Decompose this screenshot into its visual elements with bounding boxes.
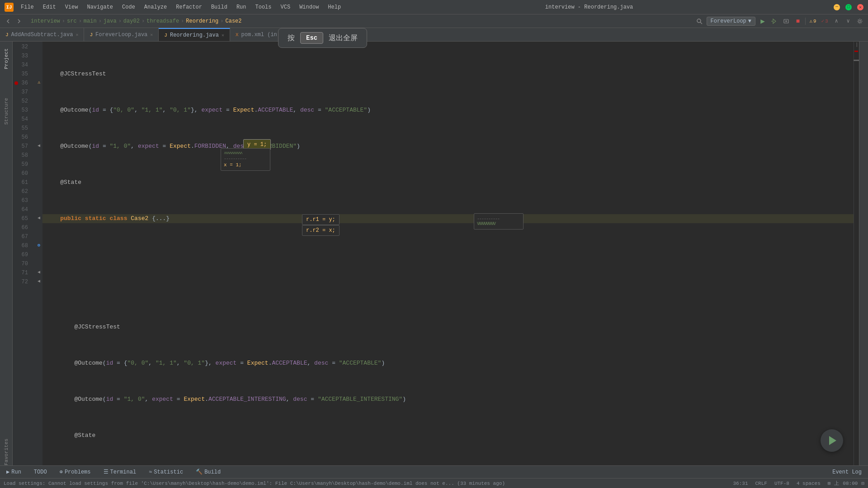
statusbar-left: Load settings: Cannot load settings from… (4, 481, 733, 486)
esc-key[interactable]: Esc (300, 32, 323, 44)
line-53: 53 (13, 106, 32, 115)
menu-build[interactable]: Build (208, 3, 231, 11)
statistic-button[interactable]: ≈ Statistic (146, 468, 186, 476)
stop-button[interactable]: ■ (793, 17, 802, 26)
line-59: 59 (13, 160, 32, 169)
todo-button[interactable]: TODO (31, 468, 50, 476)
terminal-label: Terminal (110, 469, 137, 475)
problems-button[interactable]: ⊕ Problems (57, 468, 94, 476)
titlebar-left: IJ File Edit View Navigate Code Analyze … (5, 3, 344, 12)
menu-code[interactable]: Code (118, 3, 139, 11)
tab-reordering[interactable]: J Reordering.java ✕ (159, 28, 230, 41)
expand-button[interactable]: ∧ (832, 17, 841, 26)
titlebar-menus: File Edit View Navigate Code Analyze Ref… (17, 3, 344, 11)
collapse-button[interactable]: ∨ (844, 17, 853, 26)
code-line-37 (42, 250, 854, 259)
sidebar-project[interactable]: Project (2, 45, 11, 72)
editor-area: 32 33 34 35 36 37 52 53 54 55 56 57 58 5… (13, 42, 854, 465)
breadcrumb-case2[interactable]: Case2 (226, 18, 242, 24)
statusbar-message: Load settings: Cannot load settings from… (4, 481, 505, 486)
press-label: 按 (288, 33, 295, 43)
line-60: 60 (13, 169, 32, 178)
menu-window[interactable]: Window (296, 3, 322, 11)
menu-analyze[interactable]: Analyze (141, 3, 170, 11)
line-35: 35 (13, 70, 32, 79)
app-logo: IJ (5, 3, 14, 12)
line-separator: CRLF (755, 481, 767, 486)
line-34: 34 (13, 61, 32, 70)
scroll-indicator: │ (856, 42, 858, 47)
code-line-53: @JCStressTest (42, 323, 854, 332)
breadcrumb-reordering[interactable]: Reordering (186, 18, 218, 24)
line-58: 58 (13, 151, 32, 160)
menu-tools[interactable]: Tools (252, 3, 275, 11)
clock: 08:00 (843, 481, 858, 486)
line-56: 56 (13, 133, 32, 142)
coverage-button[interactable] (782, 17, 791, 26)
arrows-up: ^^^^^^^^^^ (224, 151, 267, 156)
run-configuration[interactable]: ForeverLoop ▼ (707, 17, 755, 26)
breadcrumb-day02[interactable]: day02 (123, 18, 140, 24)
code-container[interactable]: 32 33 34 35 36 37 52 53 54 55 56 57 58 5… (13, 42, 854, 465)
line-63: 63 (13, 196, 32, 205)
debug-button[interactable] (770, 17, 779, 26)
line-67: 67 (13, 232, 32, 241)
run-panel-button[interactable]: ▶ Run (4, 468, 24, 476)
code-line-34: @Outcome(id = "1, 0", expect = Expect.FO… (42, 142, 854, 151)
nav-back-button[interactable] (4, 17, 13, 26)
menu-edit[interactable]: Edit (39, 3, 60, 11)
windows-icon: ⊞ (828, 480, 831, 486)
maximize-button[interactable]: □ (845, 4, 852, 10)
right-scrollbar[interactable]: │ (854, 42, 859, 465)
errors-count[interactable]: ✓ 3 (820, 17, 829, 26)
sidebar-favorites[interactable]: Favorites (2, 438, 11, 465)
warnings-count[interactable]: ⚠ 9 (808, 17, 817, 26)
nav-forward-button[interactable] (14, 17, 24, 26)
esc-fullscreen-popup: 按 Esc 退出全屏 (278, 28, 367, 48)
code-editor[interactable]: @JCStressTest @Outcome(id = {"0, 0", "1,… (42, 42, 854, 465)
breadcrumb-java[interactable]: java (104, 18, 117, 24)
tab-foreverloop-close[interactable]: ✕ (150, 32, 153, 38)
event-log-label: Event Log (832, 469, 862, 475)
sidebar-structure[interactable]: Structure (2, 98, 11, 125)
line-65: 65 (13, 214, 32, 223)
titlebar: IJ File Edit View Navigate Code Analyze … (0, 0, 868, 14)
menu-refactor[interactable]: Refactor (172, 3, 206, 11)
build-button[interactable]: 🔨 Build (193, 468, 223, 476)
menu-file[interactable]: File (17, 3, 38, 11)
terminal-button[interactable]: ☰ Terminal (101, 468, 139, 476)
menu-run[interactable]: Run (233, 3, 250, 11)
tab-addandsubtract-close[interactable]: ✕ (75, 32, 78, 38)
line-32: 32 (13, 42, 32, 52)
menu-view[interactable]: View (61, 3, 82, 11)
separator (805, 18, 806, 25)
settings-button[interactable] (855, 17, 864, 26)
code-line-52 (42, 286, 854, 296)
line-36: 36 (13, 79, 32, 88)
tab-foreverloop[interactable]: J ForeverLoop.java ✕ (84, 28, 159, 41)
line-66: 66 (13, 223, 32, 232)
build-icon: 🔨 (196, 469, 203, 475)
run-button[interactable]: ▶ (758, 17, 767, 26)
tab-reordering-close[interactable]: ✕ (222, 33, 224, 38)
run-panel-label: Run (11, 469, 21, 475)
search-button[interactable] (695, 17, 704, 26)
menu-help[interactable]: Help (324, 3, 344, 11)
breadcrumb-src[interactable]: src (67, 18, 77, 24)
breadcrumb-main[interactable]: main (84, 18, 97, 24)
tab-addandsubtract[interactable]: J AddAndSubtract.java ✕ (0, 28, 84, 41)
code-line-54: @Outcome(id = {"0, 0", "1, 1", "0, 1"}, … (42, 359, 854, 368)
minimize-button[interactable]: ─ (834, 4, 840, 10)
tab-addandsubtract-label: AddAndSubtract.java (11, 32, 73, 38)
menu-navigate[interactable]: Navigate (83, 3, 117, 11)
statistic-label: Statistic (154, 469, 183, 475)
arrow-box-left: ^^^^^^^^^^ ---------- x = 1; (221, 148, 270, 171)
line-55: 55 (13, 124, 32, 133)
breadcrumb-threadsafe[interactable]: threadsafe (146, 18, 179, 24)
close-button[interactable]: ✕ (857, 4, 863, 10)
event-log-button[interactable]: Event Log (830, 468, 864, 476)
floating-play-button[interactable] (821, 429, 843, 452)
todo-label: TODO (34, 469, 47, 475)
breadcrumb-interview[interactable]: interview (31, 18, 60, 24)
menu-vcs[interactable]: VCS (277, 3, 294, 11)
